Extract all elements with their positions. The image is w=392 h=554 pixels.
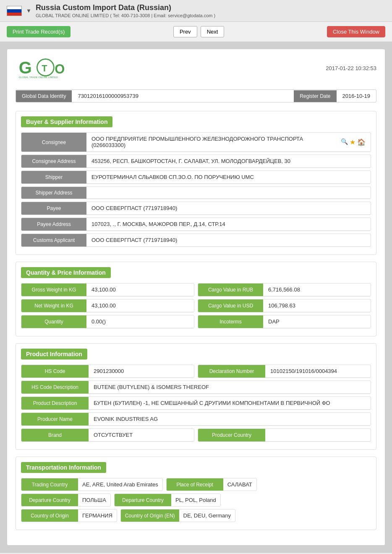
app-title: Russia Custom Import Data (Russian) — [36, 3, 215, 12]
app-subtitle: GLOBAL TRADE ONLINE LIMITED ( Tel: 400-7… — [36, 13, 215, 18]
close-window-button[interactable]: Close This Window — [327, 26, 385, 37]
cargo-usd-value: 106,798.63 — [263, 299, 371, 312]
consignee-icons: 🔍 ★ 🏠 — [341, 138, 366, 146]
buyer-supplier-section: Buyer & Supplier Information Consignee О… — [16, 111, 376, 255]
quantity-row: Quantity 0.00() — [21, 315, 194, 328]
next-button[interactable]: Next — [201, 26, 225, 37]
search-icon[interactable]: 🔍 — [341, 138, 348, 146]
cargo-rub-row: Cargo Value in RUB 6,716,566.08 — [198, 283, 371, 297]
identity-row: Global Data Identity 7301201610000095373… — [16, 89, 376, 102]
shipper-address-label: Shipper Address — [21, 187, 86, 199]
payee-value: ООО СЕВЕРГПАСТ (7719718940) — [86, 202, 371, 215]
company-logo: G T O GLOBAL TRADE ONLINE LIMITED — [16, 58, 70, 79]
card-header: G T O GLOBAL TRADE ONLINE LIMITED 2017-0… — [16, 58, 376, 83]
country-of-origin-row: Country of Origin ГЕРМАНИЯ — [21, 509, 117, 522]
quantity-incoterms-row: Quantity 0.00() Incoterms DAP — [21, 315, 371, 328]
incoterms-label: Incoterms — [198, 315, 263, 328]
payee-address-label: Payee Address — [21, 218, 86, 231]
country-of-origin-label: Country of Origin — [21, 509, 78, 522]
net-weight-value: 43,100.00 — [86, 299, 194, 312]
trading-place-row: Trading Country AE, ARE, United Arab Emi… — [21, 478, 371, 491]
place-of-receipt-value: САЛАВАТ — [223, 478, 256, 491]
logo-area: G T O GLOBAL TRADE ONLINE LIMITED — [16, 58, 70, 79]
brand-row: Brand ОТСУТСТВУЕТ — [21, 428, 194, 442]
toolbar: Print Trade Record(s) Prev Next Close Th… — [0, 22, 392, 42]
net-weight-row: Net Weight in KG 43,100.00 — [21, 299, 194, 312]
quantity-value: 0.00() — [86, 315, 194, 328]
dropdown-arrow[interactable]: ▼ — [26, 8, 31, 14]
consignee-address-label: Consignee Address — [21, 155, 86, 168]
payee-row: Payee ООО СЕВЕРГПАСТ (7719718940) — [21, 202, 371, 215]
declaration-number-row: Declaration Number 10102150/191016/00043… — [198, 365, 371, 378]
top-bar: ▼ Russia Custom Import Data (Russian) GL… — [0, 0, 392, 22]
place-of-receipt-row: Place of Receipt САЛАВАТ — [166, 478, 257, 491]
incoterms-row: Incoterms DAP — [198, 315, 371, 328]
shipper-label: Shipper — [21, 171, 86, 184]
cargo-usd-row: Cargo Value in USD 106,798.63 — [198, 299, 371, 312]
consignee-row: Consignee ООО ПРЕДПРИЯТИЕ ПРОМЫШЛЕННОГО … — [21, 132, 371, 152]
transportation-header: Transportation Information — [21, 462, 106, 473]
register-date-value: 2016-10-19 — [337, 90, 376, 102]
payee-address-value: 107023, ., Г. МОСКВА, МАЖОРОВ ПЕР., Д.14… — [86, 218, 371, 231]
quantity-price-header: Quantity & Price Information — [21, 267, 111, 278]
hs-declaration-row: HS Code 2901230000 Declaration Number 10… — [21, 365, 371, 378]
country-of-origin-en-row: Country of Origin (EN) DE, DEU, Germany — [120, 509, 235, 522]
hs-code-desc-row: HS Code Description BUTENE (BUTYLENE) & … — [21, 381, 371, 394]
net-weight-label: Net Weight in KG — [21, 299, 86, 312]
hs-code-desc-value: BUTENE (BUTYLENE) & ISOMERS THEREOF — [89, 381, 371, 394]
consignee-address-value: 453256, РЕСП. БАШКОРТОСТАН, Г. САЛАВАТ, … — [86, 155, 371, 168]
customs-applicant-value: ООО СЕВЕРГПАСТ (7719718940) — [86, 234, 371, 247]
producer-country-row: Producer Country — [198, 428, 371, 442]
producer-name-row: Producer Name EVONIK INDUSTRIES AG — [21, 412, 371, 426]
prev-button[interactable]: Prev — [173, 26, 197, 37]
incoterms-value: DAP — [263, 315, 371, 328]
payee-address-row: Payee Address 107023, ., Г. МОСКВА, МАЖО… — [21, 218, 371, 231]
identity-label: Global Data Identity — [16, 90, 72, 102]
gross-weight-label: Gross Weight in KG — [21, 284, 86, 296]
hs-code-desc-label: HS Code Description — [21, 381, 89, 394]
customs-applicant-row: Customs Applicant ООО СЕВЕРГПАСТ (771971… — [21, 234, 371, 247]
departure-country-row: Departure Country ПОЛЬША — [21, 494, 111, 507]
product-section: Product Information HS Code 2901230000 D… — [16, 343, 376, 450]
gross-weight-row: Gross Weight in KG 43,100.00 — [21, 283, 194, 297]
product-header: Product Information — [21, 349, 87, 360]
brand-label: Brand — [21, 429, 89, 441]
print-button[interactable]: Print Trade Record(s) — [7, 26, 71, 37]
home-icon[interactable]: 🏠 — [357, 138, 366, 146]
country-of-origin-value: ГЕРМАНИЯ — [78, 509, 117, 522]
russia-flag — [7, 6, 22, 16]
departure-row: Departure Country ПОЛЬША Departure Count… — [21, 494, 371, 507]
departure-country-en-value: PL, POL, Poland — [171, 494, 220, 506]
hs-code-row: HS Code 2901230000 — [21, 365, 194, 378]
net-weight-cargo-usd-row: Net Weight in KG 43,100.00 Cargo Value i… — [21, 299, 371, 312]
quantity-price-section: Quantity & Price Information Gross Weigh… — [16, 262, 376, 336]
svg-text:O: O — [55, 62, 65, 76]
svg-text:GLOBAL TRADE ONLINE LIMITED: GLOBAL TRADE ONLINE LIMITED — [19, 76, 58, 79]
brand-value: ОТСУТСТВУЕТ — [89, 429, 194, 441]
main-content: G T O GLOBAL TRADE ONLINE LIMITED 2017-0… — [0, 42, 392, 552]
producer-name-label: Producer Name — [21, 413, 89, 425]
record-card: G T O GLOBAL TRADE ONLINE LIMITED 2017-0… — [7, 49, 385, 546]
customs-applicant-label: Customs Applicant — [21, 234, 86, 247]
product-desc-row: Product Description БУТЕН (БУТИЛЕН) -1, … — [21, 396, 371, 410]
shipper-address-row: Shipper Address — [21, 186, 371, 199]
hs-code-value: 2901230000 — [89, 365, 194, 378]
shipper-row: Shipper ЕУРОТЕРМИНАЛ СЛЬАВКОВ СП.ЗО.О. П… — [21, 171, 371, 184]
timestamp: 2017-01-22 10:32:53 — [326, 65, 376, 71]
footer: Russia Custom Import Data (Russian) 1 / … — [0, 552, 392, 554]
trading-country-row: Trading Country AE, ARE, United Arab Emi… — [21, 478, 163, 491]
cargo-rub-value: 6,716,566.08 — [263, 284, 371, 296]
departure-country-en-label: Departure Country — [115, 494, 171, 506]
buyer-supplier-header: Buyer & Supplier Information — [21, 116, 112, 127]
departure-country-en-row: Departure Country PL, POL, Poland — [114, 494, 221, 507]
consignee-label: Consignee — [21, 133, 86, 152]
shipper-value: ЕУРОТЕРМИНАЛ СЛЬАВКОВ СП.ЗО.О. ПО ПОРУЧЕ… — [86, 171, 371, 184]
trading-country-value: AE, ARE, United Arab Emirates — [78, 478, 162, 491]
star-icon[interactable]: ★ — [350, 138, 355, 146]
trading-country-label: Trading Country — [21, 478, 78, 491]
declaration-number-label: Declaration Number — [198, 365, 265, 378]
payee-label: Payee — [21, 202, 86, 215]
svg-text:G: G — [19, 58, 32, 77]
register-date-label: Register Date — [294, 90, 336, 102]
producer-country-label: Producer Country — [198, 429, 265, 441]
